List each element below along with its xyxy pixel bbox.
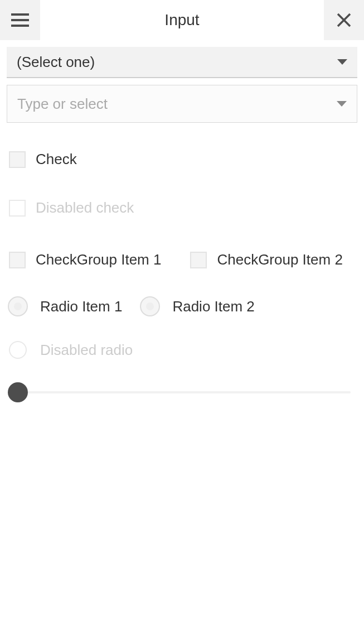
check-group-item-2: CheckGroup Item 2 xyxy=(188,251,342,268)
radio-2[interactable] xyxy=(140,296,160,316)
radio-disabled-label: Disabled radio xyxy=(40,342,133,359)
checkbox-label: Check xyxy=(36,151,77,168)
svg-marker-6 xyxy=(337,101,347,107)
select-dropdown[interactable]: (Select one) xyxy=(7,47,357,78)
check-group-item-1: CheckGroup Item 1 xyxy=(7,251,161,268)
slider-track xyxy=(13,391,351,393)
checkbox-group2-label: CheckGroup Item 2 xyxy=(217,251,342,268)
radio-disabled xyxy=(9,341,27,359)
svg-rect-2 xyxy=(11,25,29,27)
radio-item-2: Radio Item 2 xyxy=(139,296,254,316)
radio-group: Radio Item 1 Radio Item 2 xyxy=(7,296,357,316)
checkbox-group1[interactable] xyxy=(9,252,26,268)
combo-placeholder: Type or select xyxy=(17,95,337,113)
close-button[interactable] xyxy=(324,0,364,40)
svg-rect-1 xyxy=(11,19,29,21)
radio-item-1: Radio Item 1 xyxy=(7,296,122,316)
slider[interactable] xyxy=(7,381,357,403)
header: Input xyxy=(0,0,364,40)
combo-box[interactable]: Type or select xyxy=(7,85,357,123)
radio-1[interactable] xyxy=(8,296,28,316)
select-placeholder: (Select one) xyxy=(17,54,337,71)
checkbox-disabled-label: Disabled check xyxy=(36,199,134,217)
caret-down-icon xyxy=(337,57,347,67)
caret-down-icon xyxy=(337,99,347,109)
checkbox-disabled-row: Disabled check xyxy=(7,196,357,220)
checkbox-disabled xyxy=(9,200,26,217)
checkbox-row: Check xyxy=(7,147,357,171)
page-title: Input xyxy=(40,11,324,29)
menu-button[interactable] xyxy=(0,0,40,40)
close-icon xyxy=(337,13,351,27)
radio-2-label: Radio Item 2 xyxy=(172,298,254,315)
checkbox-group1-label: CheckGroup Item 1 xyxy=(36,251,161,268)
hamburger-icon xyxy=(11,13,29,27)
check-group: CheckGroup Item 1 CheckGroup Item 2 xyxy=(7,251,357,268)
radio-disabled-row: Disabled radio xyxy=(7,341,357,359)
svg-rect-0 xyxy=(11,13,29,16)
radio-1-label: Radio Item 1 xyxy=(40,298,122,315)
content-area: (Select one) Type or select Check Disabl… xyxy=(0,40,364,410)
slider-handle[interactable] xyxy=(8,382,28,402)
svg-marker-5 xyxy=(337,59,347,65)
checkbox-group2[interactable] xyxy=(190,252,207,268)
checkbox-check[interactable] xyxy=(9,151,26,168)
